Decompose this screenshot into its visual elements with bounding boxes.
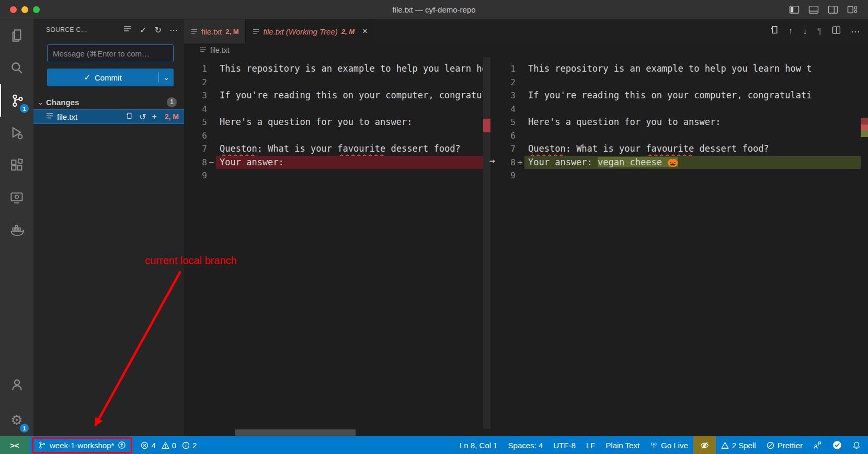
code-text[interactable] xyxy=(216,103,490,116)
accounts-icon[interactable] xyxy=(0,368,33,401)
code-line[interactable]: 7Queston: What is your favourite dessert… xyxy=(184,142,490,156)
source-control-icon[interactable]: 1 xyxy=(0,84,33,117)
code-text[interactable] xyxy=(524,103,861,116)
commit-check-icon[interactable]: ✓ xyxy=(140,25,146,35)
more-actions-icon[interactable]: ⋯ xyxy=(851,26,860,37)
spell-checker-toggle[interactable] xyxy=(693,436,716,454)
discard-changes-icon[interactable]: ↺ xyxy=(139,112,146,122)
code-line[interactable]: 2 xyxy=(184,76,490,89)
open-file-icon[interactable] xyxy=(125,112,133,122)
breadcrumb-item[interactable]: file.txt xyxy=(210,46,230,54)
toggle-sidebar-icon[interactable] xyxy=(789,5,800,14)
diff-sash[interactable]: → xyxy=(490,57,499,436)
code-line[interactable]: 3If you're reading this on your computer… xyxy=(184,89,490,103)
horizontal-scrollbar[interactable] xyxy=(235,429,356,436)
notifications-bell-icon[interactable] xyxy=(847,436,868,454)
next-change-icon[interactable]: ↓ xyxy=(803,26,807,37)
code-text[interactable] xyxy=(524,76,861,89)
code-line[interactable]: 1This repository is an example to help y… xyxy=(499,62,861,76)
toggle-secondary-sidebar-icon[interactable] xyxy=(828,5,838,14)
diff-original-pane[interactable]: 1This repository is an example to help y… xyxy=(184,57,490,436)
code-line[interactable]: 4 xyxy=(499,103,861,116)
branch-indicator[interactable]: week-1-workshop* xyxy=(32,437,132,453)
code-text[interactable] xyxy=(216,76,490,89)
spell-warnings[interactable]: 2 Spell xyxy=(716,436,761,454)
commit-dropdown-chevron-icon[interactable]: ⌄ xyxy=(159,73,174,82)
diff-modified-pane[interactable]: 1This repository is an example to help y… xyxy=(499,57,861,436)
code-line[interactable]: 3If you're reading this on your computer… xyxy=(499,89,861,103)
tab-file-txt[interactable]: file.txt 2, M xyxy=(184,19,246,43)
eol-indicator[interactable]: LF xyxy=(581,436,601,454)
code-text[interactable] xyxy=(524,129,861,143)
code-line[interactable]: 1This repository is an example to help y… xyxy=(184,62,490,76)
more-actions-icon[interactable]: ⋯ xyxy=(169,25,178,35)
feedback-icon[interactable] xyxy=(808,436,827,454)
code-line[interactable]: 6 xyxy=(499,129,861,143)
code-text[interactable]: This repository is an example to help yo… xyxy=(216,62,490,76)
changes-section-header[interactable]: ⌄ Changes 1 xyxy=(33,95,184,109)
commit-message-input[interactable] xyxy=(47,44,174,62)
code-text[interactable]: If you're reading this on your computer,… xyxy=(524,89,861,103)
close-tab-icon[interactable]: × xyxy=(362,26,368,37)
code-line[interactable]: 9 xyxy=(184,169,490,183)
problems-indicator[interactable]: 4 0 2 xyxy=(135,436,205,454)
prettier-status[interactable]: Prettier xyxy=(761,436,808,454)
tab-file-txt-working-tree[interactable]: file.txt (Working Tree) 2, M × xyxy=(246,19,374,43)
split-editor-icon[interactable] xyxy=(832,26,841,37)
code-line[interactable]: 4 xyxy=(184,103,490,116)
minimize-window-button[interactable] xyxy=(21,6,28,13)
code-line[interactable]: 9 xyxy=(499,169,861,183)
indentation-indicator[interactable]: Spaces: 4 xyxy=(503,436,549,454)
revert-change-arrow-icon[interactable]: → xyxy=(489,155,495,166)
code-line[interactable]: 5Here's a question for you to answer: xyxy=(184,116,490,129)
show-whitespace-icon[interactable]: ¶ xyxy=(817,26,822,37)
stage-changes-icon[interactable]: + xyxy=(152,112,156,121)
code-text[interactable]: This repository is an example to help yo… xyxy=(524,62,861,76)
commit-button-label: Commit xyxy=(95,73,122,82)
publish-changes-icon[interactable] xyxy=(118,441,126,449)
code-text[interactable]: If you're reading this on your computer,… xyxy=(216,89,490,103)
code-text[interactable]: Here's a question for you to answer: xyxy=(524,116,861,129)
refresh-icon[interactable]: ↻ xyxy=(155,25,162,35)
docker-icon[interactable] xyxy=(0,214,33,246)
run-debug-icon[interactable] xyxy=(0,117,33,149)
code-line[interactable]: 2 xyxy=(499,76,861,89)
code-line[interactable]: 7Queston: What is your favourite dessert… xyxy=(499,142,861,156)
close-window-button[interactable] xyxy=(10,6,17,13)
code-line[interactable]: 8−Your answer: xyxy=(184,156,490,169)
search-icon[interactable] xyxy=(0,52,33,84)
previous-change-icon[interactable]: ↑ xyxy=(789,26,793,37)
live-preview-icon[interactable] xyxy=(0,181,33,214)
code-text[interactable]: Queston: What is your favourite dessert … xyxy=(216,142,490,156)
diff-sign xyxy=(516,116,524,129)
open-changes-icon[interactable] xyxy=(770,26,779,37)
remote-indicator[interactable]: >< xyxy=(0,436,29,454)
code-text[interactable] xyxy=(216,129,490,143)
code-text[interactable]: Here's a question for you to answer: xyxy=(216,116,490,129)
view-changes-icon[interactable] xyxy=(123,25,132,35)
language-mode[interactable]: Plain Text xyxy=(600,436,645,454)
check-circle-icon[interactable] xyxy=(827,436,847,454)
commit-button[interactable]: ✓ Commit ⌄ xyxy=(47,69,174,86)
code-text[interactable]: Your answer: vegan cheese 🎃 xyxy=(524,156,861,169)
code-text[interactable] xyxy=(524,169,861,183)
explorer-icon[interactable] xyxy=(0,19,33,52)
code-text[interactable] xyxy=(216,169,490,183)
code-text[interactable]: Your answer: xyxy=(216,156,490,169)
overview-ruler[interactable] xyxy=(861,57,868,436)
customize-layout-icon[interactable] xyxy=(847,5,858,14)
toggle-panel-icon[interactable] xyxy=(808,5,819,14)
code-line[interactable]: 5Here's a question for you to answer: xyxy=(499,116,861,129)
changed-file-row[interactable]: file.txt ↺ + 2, M xyxy=(33,109,184,124)
vertical-scrollbar[interactable] xyxy=(483,57,490,429)
code-line[interactable]: 8+Your answer: vegan cheese 🎃 xyxy=(499,156,861,169)
extensions-icon[interactable] xyxy=(0,149,33,181)
code-line[interactable]: 6 xyxy=(184,129,490,143)
breadcrumb[interactable]: file.txt xyxy=(184,43,868,57)
zoom-window-button[interactable] xyxy=(33,6,40,13)
code-text[interactable]: Queston: What is your favourite dessert … xyxy=(524,142,861,156)
encoding-indicator[interactable]: UTF-8 xyxy=(548,436,581,454)
settings-gear-icon[interactable]: ⚙ 1 xyxy=(0,404,33,436)
go-live-button[interactable]: Go Live xyxy=(645,436,693,454)
cursor-position[interactable]: Ln 8, Col 1 xyxy=(454,436,503,454)
